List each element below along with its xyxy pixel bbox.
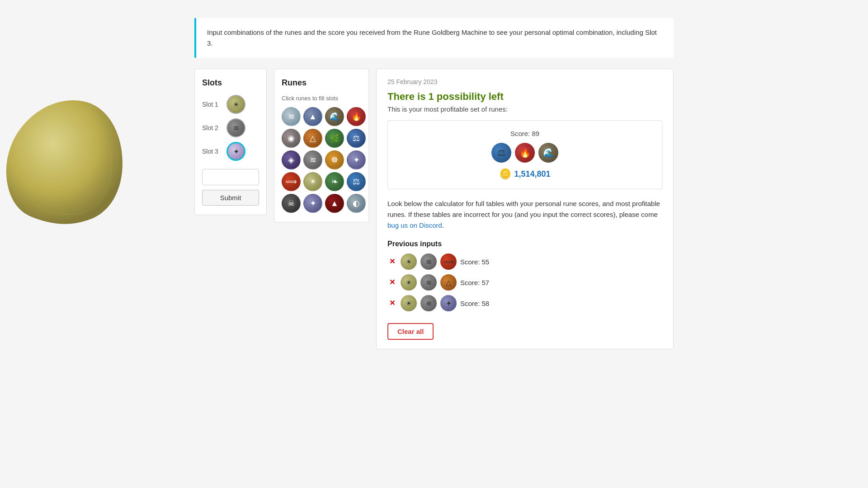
info-banner: Input combinations of the runes and the … [194,18,674,58]
rune-btn-soul[interactable]: ☀ [303,172,322,191]
main-area: Slots Slot 1 ☀ Slot 2 ≋ Slot 3 ✦ [194,69,674,349]
info-text: Input combinations of the runes and the … [207,27,663,49]
delete-btn-2[interactable]: ✕ [387,279,397,286]
gold-amount: 🪙 1,514,801 [399,168,651,180]
prev-rune-2-2: ≋ [420,274,437,291]
possibility-title: There is 1 possibility left [387,91,662,103]
prev-input-row-1: ✕ ☀ ≋ ⟹ Score: 55 [387,253,662,270]
rune-btn-nature2[interactable]: ❧ [325,172,344,191]
rune-btn-mist[interactable]: ◐ [347,194,366,213]
prev-rune-1-1: ☀ [401,253,417,270]
prev-rune-icon-2-3: △ [446,278,451,287]
result-rune-1: ⚖ [491,143,511,163]
prev-score-2: Score: 57 [460,279,489,286]
prev-rune-1-3: ⟹ [440,253,457,270]
prev-score-3: Score: 58 [460,300,489,307]
rune-btn-death[interactable]: ☠ [282,194,301,213]
delete-btn-3[interactable]: ✕ [387,300,397,307]
slot-row-2: Slot 2 ≋ [202,118,259,137]
rune-btn-earth[interactable]: 🌊 [325,107,344,126]
rune-btn-air[interactable]: ≋ [282,107,301,126]
slot-icon-2: ≋ [233,124,239,132]
score-input[interactable] [202,169,259,185]
rune-btn-astral[interactable]: ✦ [347,150,366,169]
rune-btn-smoke[interactable]: ≋ [303,150,322,169]
score-runes: ⚖ 🔥 🌊 [399,143,651,163]
rune-icon-astral2: ✦ [310,198,316,208]
runes-subtitle: Click runes to fill slots [282,95,361,102]
rune-icon-mist: ◐ [353,198,360,208]
description-text: Look below the calculator for full table… [387,198,662,231]
slot-row-1: Slot 1 ☀ [202,95,259,114]
prev-input-row-3: ✕ ☀ ≋ ✦ Score: 58 [387,295,662,311]
gold-icon: 🪙 [499,168,511,180]
slot-label-1: Slot 1 [202,101,223,108]
slot-label-3: Slot 3 [202,148,223,155]
slot-circle-1[interactable]: ☀ [226,95,245,114]
gold-value: 1,514,801 [514,169,550,179]
prev-rune-3-3: ✦ [440,295,457,311]
slots-panel: Slots Slot 1 ☀ Slot 2 ≋ Slot 3 ✦ [194,69,267,215]
prev-rune-icon-3-2: ≋ [426,299,432,308]
slots-title: Slots [202,78,259,88]
rune-btn-nature[interactable]: 🌿 [325,129,344,148]
description-end: . [442,221,444,229]
description-main: Look below the calculator for full table… [387,200,660,218]
rune-icon-mind: ◉ [288,133,295,143]
runes-panel: Runes Click runes to fill slots ≋ ▲ 🌊 🔥 … [274,69,369,222]
rune-btn-fire[interactable]: 🔥 [347,107,366,126]
prev-input-row-2: ✕ ☀ ≋ △ Score: 57 [387,274,662,291]
slot-row-3: Slot 3 ✦ [202,142,259,161]
rune-icon-air: ≋ [288,112,295,122]
rune-btn-sunfire[interactable]: ☸ [325,150,344,169]
score-box: Score: 89 ⚖ 🔥 🌊 🪙 1,514,801 [387,120,662,189]
rune-btn-mind[interactable]: ◉ [282,129,301,148]
date-label: 25 February 2023 [387,78,662,85]
rune-icon-water: ▲ [309,112,317,122]
rune-icon-soul: ☀ [309,177,316,187]
prev-rune-icon-2-2: ≋ [426,278,432,287]
prev-rune-2-1: ☀ [401,274,417,291]
rune-btn-balance[interactable]: ⚖ [347,172,366,191]
result-rune-icon-2: 🔥 [519,147,531,158]
rune-icon-blood: ▲ [330,199,339,208]
slot-icon-3: ✦ [233,147,239,156]
slot-circle-3[interactable]: ✦ [226,142,245,161]
results-panel: 25 February 2023 There is 1 possibility … [376,69,674,349]
rune-btn-wrath[interactable]: ⟹ [282,172,301,191]
delete-btn-1[interactable]: ✕ [387,258,397,265]
rune-grid: ≋ ▲ 🌊 🔥 ◉ △ 🌿 ⚖ ◈ ≋ ☸ ✦ ⟹ ☀ ❧ ⚖ ☠ [282,107,361,213]
score-value: Score: 89 [399,130,651,137]
slot-label-2: Slot 2 [202,124,223,131]
prev-rune-3-2: ≋ [420,295,437,311]
result-rune-3: 🌊 [538,143,558,163]
previous-inputs-title: Previous inputs [387,240,662,248]
rune-icon-fire: 🔥 [351,112,361,122]
rune-icon-wrath: ⟹ [285,177,297,187]
rune-btn-law[interactable]: ⚖ [347,129,366,148]
prev-rune-icon-1-1: ☀ [406,258,412,266]
rune-btn-astral2[interactable]: ✦ [303,194,322,213]
rune-icon-cosmic: ◈ [288,155,294,165]
rune-btn-chaos[interactable]: △ [303,129,322,148]
prev-rune-icon-3-1: ☀ [406,299,412,308]
slot-circle-2[interactable]: ≋ [226,118,245,137]
rune-icon-nature: 🌿 [330,133,340,143]
clear-all-button[interactable]: Clear all [387,323,434,340]
rune-btn-water[interactable]: ▲ [303,107,322,126]
rune-icon-death: ☠ [288,198,295,208]
rune-btn-blood[interactable]: ▲ [325,194,344,213]
prev-score-1: Score: 55 [460,258,489,266]
rune-icon-chaos: △ [310,133,316,143]
slot-icon-1: ☀ [233,100,239,109]
rune-icon-astral: ✦ [353,155,360,165]
rune-icon-balance: ⚖ [353,177,360,187]
discord-link[interactable]: bug us on Discord [387,221,442,229]
prev-rune-1-2: ≋ [420,253,437,270]
rune-btn-cosmic[interactable]: ◈ [282,150,301,169]
rune-icon-law: ⚖ [353,133,360,143]
prev-rune-2-3: △ [440,274,457,291]
prev-rune-3-1: ☀ [401,295,417,311]
rune-icon-nature2: ❧ [331,177,338,187]
submit-button[interactable]: Submit [202,190,259,206]
